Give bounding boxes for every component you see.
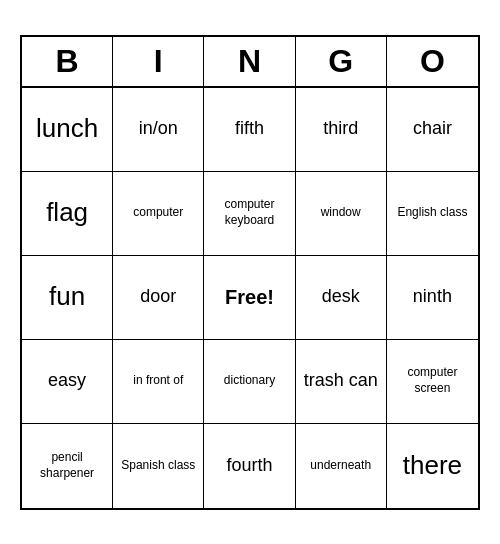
- cell-text: trash can: [304, 369, 378, 392]
- bingo-cell[interactable]: in/on: [113, 88, 204, 172]
- cell-text: pencil sharpener: [26, 450, 108, 481]
- cell-text: window: [321, 205, 361, 221]
- cell-text: third: [323, 117, 358, 140]
- header-letter: I: [113, 37, 204, 86]
- cell-text: flag: [46, 196, 88, 230]
- cell-text: English class: [397, 205, 467, 221]
- bingo-cell[interactable]: ninth: [387, 256, 478, 340]
- bingo-cell[interactable]: chair: [387, 88, 478, 172]
- bingo-cell[interactable]: computer: [113, 172, 204, 256]
- bingo-cell[interactable]: door: [113, 256, 204, 340]
- bingo-cell[interactable]: Free!: [204, 256, 295, 340]
- bingo-cell[interactable]: fun: [22, 256, 113, 340]
- bingo-cell[interactable]: lunch: [22, 88, 113, 172]
- bingo-cell[interactable]: fourth: [204, 424, 295, 508]
- bingo-cell[interactable]: there: [387, 424, 478, 508]
- header-letter: O: [387, 37, 478, 86]
- bingo-cell[interactable]: trash can: [296, 340, 387, 424]
- bingo-cell[interactable]: desk: [296, 256, 387, 340]
- cell-text: computer: [133, 205, 183, 221]
- cell-text: Spanish class: [121, 458, 195, 474]
- header-letter: B: [22, 37, 113, 86]
- bingo-cell[interactable]: window: [296, 172, 387, 256]
- bingo-cell[interactable]: easy: [22, 340, 113, 424]
- bingo-cell[interactable]: English class: [387, 172, 478, 256]
- bingo-cell[interactable]: computer screen: [387, 340, 478, 424]
- bingo-card: BINGO lunchin/onfifththirdchairflagcompu…: [20, 35, 480, 510]
- cell-text: in front of: [133, 373, 183, 389]
- bingo-cell[interactable]: computer keyboard: [204, 172, 295, 256]
- cell-text: dictionary: [224, 373, 275, 389]
- bingo-grid: lunchin/onfifththirdchairflagcomputercom…: [22, 88, 478, 508]
- cell-text: there: [403, 449, 462, 483]
- bingo-cell[interactable]: third: [296, 88, 387, 172]
- cell-text: Free!: [225, 284, 274, 310]
- bingo-cell[interactable]: Spanish class: [113, 424, 204, 508]
- header-letter: G: [296, 37, 387, 86]
- cell-text: easy: [48, 369, 86, 392]
- cell-text: fun: [49, 280, 85, 314]
- cell-text: computer screen: [391, 365, 474, 396]
- cell-text: door: [140, 285, 176, 308]
- cell-text: computer keyboard: [208, 197, 290, 228]
- bingo-cell[interactable]: pencil sharpener: [22, 424, 113, 508]
- cell-text: fifth: [235, 117, 264, 140]
- cell-text: in/on: [139, 117, 178, 140]
- header-letter: N: [204, 37, 295, 86]
- bingo-cell[interactable]: underneath: [296, 424, 387, 508]
- bingo-cell[interactable]: dictionary: [204, 340, 295, 424]
- cell-text: ninth: [413, 285, 452, 308]
- bingo-cell[interactable]: fifth: [204, 88, 295, 172]
- cell-text: underneath: [310, 458, 371, 474]
- cell-text: fourth: [226, 454, 272, 477]
- bingo-header: BINGO: [22, 37, 478, 88]
- cell-text: lunch: [36, 112, 98, 146]
- cell-text: chair: [413, 117, 452, 140]
- bingo-cell[interactable]: in front of: [113, 340, 204, 424]
- cell-text: desk: [322, 285, 360, 308]
- bingo-cell[interactable]: flag: [22, 172, 113, 256]
